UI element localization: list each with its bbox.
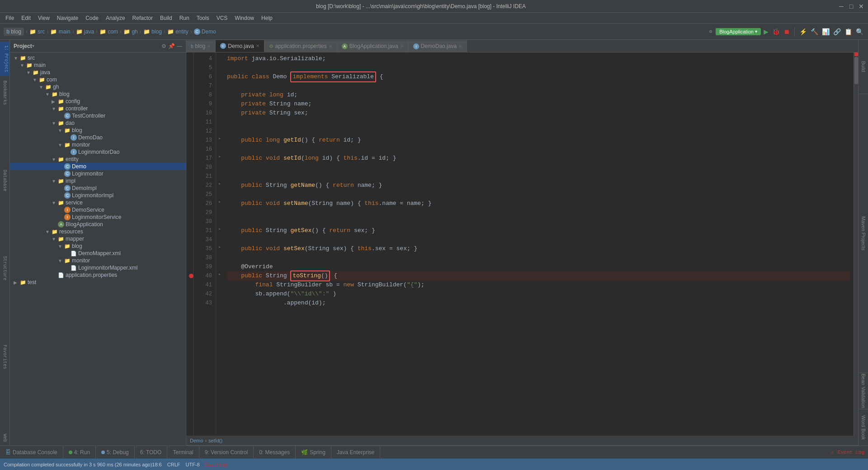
tree-item-gh[interactable]: ▼ 📁 gh xyxy=(10,83,186,90)
breadcrumb-entity[interactable]: 📁 entity xyxy=(167,28,189,35)
fold-btn-22[interactable]: ▸ xyxy=(216,179,223,188)
tree-item-entity[interactable]: ▼ 📁 entity xyxy=(10,156,186,163)
maven-label[interactable]: Maven Projects xyxy=(861,216,866,251)
tree-item-resources[interactable]: ▼ 📁 resources xyxy=(10,228,186,235)
bottom-tab-vcs[interactable]: 9: Version Control xyxy=(199,446,254,458)
bottom-tab-todo[interactable]: 6: TODO xyxy=(135,446,168,458)
toolbar-btn1[interactable]: ⚡ xyxy=(798,27,808,36)
database-btn[interactable]: Database xyxy=(1,166,8,195)
bottom-tab-messages[interactable]: 0: Messages xyxy=(254,446,296,458)
tree-item-com[interactable]: ▼ 📁 com xyxy=(10,76,186,83)
tree-item-demo[interactable]: C Demo xyxy=(10,163,186,170)
tab-blogapp-close[interactable]: ✕ xyxy=(400,44,404,49)
scrollbar-thumb[interactable] xyxy=(854,57,858,84)
menu-refactor[interactable]: Refactor xyxy=(129,14,156,22)
tree-item-mapper-monitor[interactable]: ▼ 📁 monitor xyxy=(10,257,186,264)
fold-btn-35[interactable]: ▸ xyxy=(216,242,223,252)
run-config-button[interactable]: BlogApplication ▾ xyxy=(716,28,761,35)
bookmarks-btn[interactable]: Bookmarks xyxy=(1,77,8,109)
menu-run[interactable]: Run xyxy=(176,14,193,22)
tree-item-appprops[interactable]: 📄 application.properties xyxy=(10,271,186,279)
menu-tools[interactable]: Tools xyxy=(193,14,213,22)
tree-item-demodao[interactable]: I DemoDao xyxy=(10,134,186,141)
tree-item-java[interactable]: ▼ 📁 java xyxy=(10,69,186,76)
tree-item-monitor[interactable]: ▼ 📁 monitor xyxy=(10,141,186,148)
tree-item-config[interactable]: ▶ 📁 config xyxy=(10,98,186,105)
menu-build[interactable]: Build xyxy=(156,14,176,22)
menu-window[interactable]: Window xyxy=(231,14,258,22)
tab-appprops-close[interactable]: ✕ xyxy=(329,44,332,49)
breadcrumb-java[interactable]: 📁 java xyxy=(76,28,94,35)
breadcrumb-demo[interactable]: C Demo xyxy=(194,28,216,35)
fold-btn-13[interactable]: ▸ xyxy=(216,134,223,143)
menu-edit[interactable]: Edit xyxy=(18,14,34,22)
tab-blog[interactable]: b blog ✕ xyxy=(186,40,216,52)
menu-navigate[interactable]: Navigate xyxy=(53,14,82,22)
toolbar-btn2[interactable]: 🔨 xyxy=(810,27,819,36)
tree-item-mapper-blog[interactable]: ▼ 📁 blog xyxy=(10,242,186,250)
tree-item-service[interactable]: ▼ 📁 service xyxy=(10,199,186,206)
bottom-tab-terminal[interactable]: Terminal xyxy=(167,446,199,458)
close-btn[interactable]: ✕ xyxy=(858,3,864,9)
project-panel-btn[interactable]: 1: Project xyxy=(0,42,9,76)
menu-file[interactable]: File xyxy=(2,14,18,22)
toolbar-btn3[interactable]: 📊 xyxy=(821,27,830,36)
fold-btn-40[interactable]: ▸ xyxy=(216,270,223,279)
toolbar-btn4[interactable]: 🔗 xyxy=(832,27,842,36)
tree-item-dao[interactable]: ▼ 📁 dao xyxy=(10,119,186,127)
maximize-btn[interactable]: □ xyxy=(848,3,854,9)
fold-btn-26[interactable]: ▸ xyxy=(216,197,223,206)
tab-demodao[interactable]: I DemoDao.java ✕ xyxy=(409,40,467,52)
structure-btn[interactable]: Structure xyxy=(1,252,8,284)
tree-item-testcontroller[interactable]: C TestController xyxy=(10,112,186,119)
bean-validation-label[interactable]: Bean Validation xyxy=(861,374,866,408)
bottom-tab-spring[interactable]: 🌿 Spring xyxy=(296,446,331,458)
editor-scrollbar[interactable] xyxy=(854,52,858,436)
panel-collapse-icon[interactable]: — xyxy=(177,43,182,49)
word-book-panel-btn[interactable]: Word Book xyxy=(859,409,868,446)
debug-button[interactable]: 🐞 xyxy=(771,27,781,36)
maven-panel-btn[interactable]: Maven Projects xyxy=(859,94,868,373)
tree-item-demoimpl[interactable]: C DemoImpl xyxy=(10,185,186,192)
tree-item-mapper[interactable]: ▼ 📁 mapper xyxy=(10,235,186,242)
breadcrumb-src[interactable]: 📁 src xyxy=(29,28,45,35)
tree-item-controller[interactable]: ▼ 📁 controller xyxy=(10,105,186,112)
panel-dropdown-icon[interactable]: ▾ xyxy=(32,43,34,48)
tree-item-loginmonitorimpl[interactable]: C LoginmonitorImpl xyxy=(10,192,186,199)
tree-item-loginmonitorservice[interactable]: I LoginmonitorService xyxy=(10,214,186,221)
tree-item-loginmonitormapper[interactable]: 📄 LoginmonitorMapper.xml xyxy=(10,264,186,271)
breadcrumb-com[interactable]: 📁 com xyxy=(99,28,118,35)
tree-item-loginmonitordao[interactable]: I LoginmonitorDao xyxy=(10,148,186,156)
web-btn[interactable]: Web xyxy=(1,430,8,446)
tab-demo-close[interactable]: ✕ xyxy=(256,43,259,48)
bottom-tab-db-console[interactable]: 🗄 Database Console xyxy=(0,446,63,458)
menu-view[interactable]: View xyxy=(34,14,53,22)
panel-pin-icon[interactable]: 📌 xyxy=(168,43,175,49)
breadcrumb-main[interactable]: 📁 main xyxy=(50,28,70,35)
word-book-label[interactable]: Word Book xyxy=(861,415,866,440)
tree-item-test[interactable]: ▶ 📁 test xyxy=(10,279,186,286)
minimize-btn[interactable]: ─ xyxy=(838,3,844,9)
tab-demo-java[interactable]: C Demo.java ✕ xyxy=(216,40,264,52)
menu-vcs[interactable]: VCS xyxy=(213,14,231,22)
tab-blog-close[interactable]: ✕ xyxy=(207,44,211,49)
tree-item-demoservice[interactable]: I DemoService xyxy=(10,206,186,214)
event-log-btn[interactable]: Event Log xyxy=(838,450,864,455)
bean-validation-panel-btn[interactable]: Bean Validation xyxy=(859,373,868,409)
bottom-tab-java-enterprise[interactable]: Java Enterprise xyxy=(331,446,380,458)
tab-appprops[interactable]: ⚙ application.properties ✕ xyxy=(264,40,337,52)
stop-button[interactable]: ⏹ xyxy=(783,27,791,36)
search-everywhere-button[interactable]: 🔍 xyxy=(855,27,864,36)
breadcrumb-blog[interactable]: 📁 blog xyxy=(143,28,162,35)
code-content[interactable]: import java.io.Serializable; public clas… xyxy=(223,52,854,436)
tree-item-main[interactable]: ▼ 📁 main xyxy=(10,62,186,69)
tree-item-demomapper[interactable]: 📄 DemoMapper.xml xyxy=(10,250,186,257)
tab-demodao-close[interactable]: ✕ xyxy=(458,44,462,49)
build-label[interactable]: Build xyxy=(861,61,866,72)
tree-item-blogapplication[interactable]: A BlogApplication xyxy=(10,221,186,228)
bottom-tab-run[interactable]: 4: Run xyxy=(63,446,96,458)
toolbar-btn5[interactable]: 📋 xyxy=(844,27,853,36)
tree-item-loginmonitor[interactable]: C Loginmonitor xyxy=(10,170,186,177)
toolbar-blog-btn[interactable]: b blog xyxy=(4,28,24,36)
tree-item-blog-folder[interactable]: ▼ 📁 blog xyxy=(10,90,186,98)
